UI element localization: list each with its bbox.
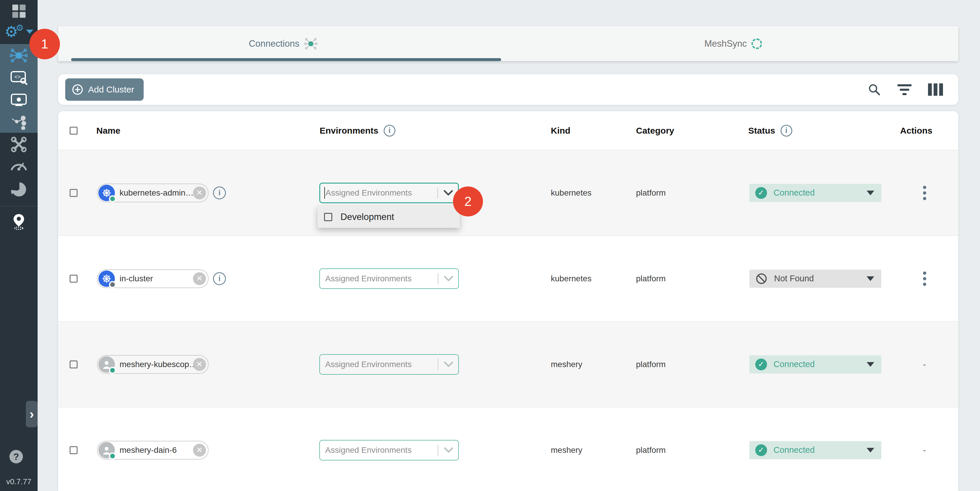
kind-cell: meshery	[551, 445, 582, 455]
chevron-down-icon[interactable]	[444, 447, 453, 453]
add-cluster-button[interactable]: Add Cluster	[65, 78, 144, 101]
row-checkbox[interactable]	[70, 360, 78, 368]
remove-connection-button[interactable]: ✕	[193, 358, 206, 371]
row-checkbox[interactable]	[70, 446, 78, 454]
header-kind: Kind	[551, 126, 571, 136]
not-found-icon	[755, 273, 768, 285]
question-mark-icon: ?	[13, 451, 19, 462]
environments-select[interactable]: Assigned Environments	[319, 440, 459, 461]
tab-connections-label: Connections	[249, 38, 299, 49]
dropdown-option-development[interactable]: Development	[340, 212, 394, 222]
sidebar-item-performance[interactable]	[0, 160, 38, 171]
kubernetes-logo-icon	[99, 185, 115, 201]
environments-placeholder: Assigned Environments	[325, 274, 412, 283]
map-pin-icon	[12, 213, 26, 230]
status-select[interactable]: Not Found	[749, 270, 881, 288]
remove-connection-button[interactable]: ✕	[193, 186, 206, 199]
check-circle-icon: ✓	[755, 187, 767, 199]
category-cell: platform	[636, 360, 666, 369]
dashboard-icon[interactable]	[0, 5, 38, 18]
chevron-down-icon[interactable]	[444, 361, 453, 368]
connection-name: in-cluster	[119, 274, 153, 283]
row-actions-menu-button[interactable]	[921, 270, 928, 288]
tab-meshsync[interactable]: MeshSync	[508, 26, 958, 61]
search-icon[interactable]	[867, 83, 881, 96]
annotation-badge-2: 2	[453, 186, 483, 216]
connection-chip[interactable]: kubernetes-admin… ✕	[97, 184, 208, 202]
connections-table: Name Environments i Kind Category Status…	[58, 111, 958, 491]
table-header-row: Name Environments i Kind Category Status…	[58, 111, 958, 150]
toolbar-icons	[867, 74, 943, 105]
sidebar-item-adapters[interactable]: <>	[0, 71, 38, 85]
kind-cell: kubernetes	[551, 188, 592, 198]
remove-connection-button[interactable]: ✕	[193, 444, 206, 457]
select-all-checkbox[interactable]	[70, 127, 78, 135]
chevron-down-icon[interactable]	[443, 190, 453, 196]
no-actions-placeholder: -	[923, 359, 926, 369]
header-name: Name	[96, 126, 121, 136]
tab-connections[interactable]: Connections	[58, 26, 508, 61]
status-select[interactable]: ✓ Connected	[749, 355, 881, 373]
table-row: kubernetes-admin… ✕ i Assigned Environme…	[58, 150, 958, 236]
connections-mesh-icon	[10, 47, 28, 64]
caret-down-icon	[867, 448, 874, 453]
sidebar-item-location[interactable]	[0, 213, 38, 230]
sidebar-item-service-mesh[interactable]	[0, 114, 38, 130]
close-icon: ✕	[196, 360, 203, 369]
status-dot	[109, 453, 116, 459]
speedometer-icon	[10, 160, 27, 171]
status-dot	[109, 281, 116, 288]
help-button[interactable]: ?	[10, 450, 23, 463]
tab-bar: Connections MeshSync	[58, 26, 958, 61]
crossed-wrenches-icon	[11, 136, 27, 153]
chevron-down-icon[interactable]	[444, 275, 453, 282]
table-toolbar: Add Cluster	[58, 74, 958, 105]
connection-info-icon[interactable]: i	[213, 272, 226, 285]
row-checkbox[interactable]	[70, 189, 78, 197]
remove-connection-button[interactable]: ✕	[193, 272, 206, 285]
sidebar-item-configuration[interactable]	[0, 136, 38, 153]
sidebar-item-extensions[interactable]	[0, 182, 38, 197]
kind-cell: kubernetes	[551, 274, 592, 283]
connection-chip[interactable]: meshery-kubescop… ✕	[97, 355, 208, 374]
caret-down-icon	[867, 191, 874, 195]
row-checkbox[interactable]	[70, 275, 78, 283]
svg-text:<>: <>	[14, 74, 21, 80]
status-label: Connected	[773, 445, 815, 455]
environments-placeholder: Assigned Environments	[325, 445, 412, 455]
option-checkbox[interactable]	[324, 213, 332, 221]
app-version: v0.7.77	[0, 477, 38, 486]
info-icon[interactable]: i	[383, 125, 395, 137]
table-row: meshery-kubescop… ✕ Assigned Environment…	[58, 321, 958, 407]
code-config-icon: <>	[10, 71, 27, 85]
connection-info-icon[interactable]: i	[213, 186, 226, 199]
environments-select[interactable]: Assigned Environments	[319, 269, 459, 289]
connection-chip[interactable]: in-cluster ✕	[97, 269, 208, 288]
sync-spinner-icon	[751, 38, 762, 49]
sidebar-expand-button[interactable]: ›	[26, 401, 38, 427]
sidebar-item-workspaces[interactable]	[0, 93, 38, 107]
close-icon: ✕	[196, 188, 203, 197]
tab-meshsync-label: MeshSync	[705, 38, 747, 49]
caret-down-icon	[867, 276, 874, 281]
info-icon[interactable]: i	[781, 125, 792, 137]
pie-extensions-icon	[11, 182, 27, 197]
connection-name: meshery-kubescop…	[119, 360, 197, 369]
view-columns-icon[interactable]	[928, 83, 943, 96]
row-actions-menu-button[interactable]	[921, 184, 928, 202]
status-select[interactable]: ✓ Connected	[749, 184, 881, 202]
kind-cell: meshery	[551, 360, 582, 369]
check-circle-icon: ✓	[755, 444, 767, 456]
environments-select[interactable]: Assigned Environments	[319, 354, 459, 375]
annotation-badge-1: 1	[29, 29, 60, 59]
connection-chip[interactable]: meshery-dain-6 ✕	[97, 441, 208, 459]
status-select[interactable]: ✓ Connected	[749, 441, 881, 459]
header-category: Category	[636, 126, 674, 136]
environments-placeholder: Assigned Environments	[326, 188, 412, 198]
check-circle-icon: ✓	[755, 359, 767, 370]
filter-icon[interactable]	[897, 84, 912, 95]
add-cluster-label: Add Cluster	[88, 84, 134, 95]
environments-select[interactable]: Assigned Environments	[319, 183, 459, 203]
category-cell: platform	[636, 274, 666, 283]
environments-placeholder: Assigned Environments	[325, 360, 412, 369]
